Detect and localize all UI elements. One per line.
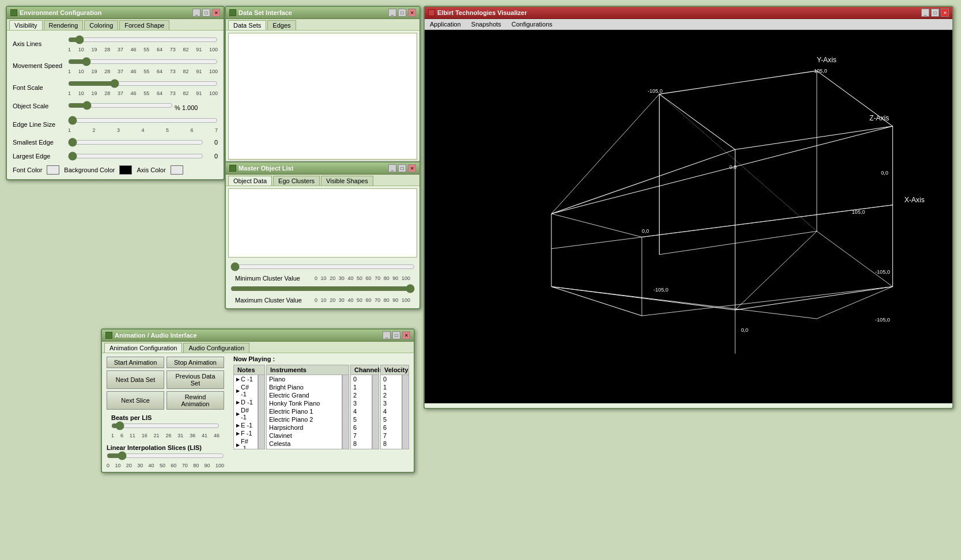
instrument-item[interactable]: Celesta <box>267 440 342 448</box>
axis-color-swatch[interactable] <box>171 165 183 175</box>
tab-object-data[interactable]: Object Data <box>228 176 272 186</box>
aa-close-btn[interactable]: ✕ <box>402 331 410 339</box>
channel-item[interactable]: 0 <box>351 375 372 383</box>
velocity-item[interactable]: 7 <box>381 432 402 440</box>
velocity-list[interactable]: 0123456789 <box>380 374 402 449</box>
viz-menu-application[interactable]: Application <box>428 20 463 28</box>
channel-item[interactable]: 7 <box>351 432 372 440</box>
object-scale-slider[interactable] <box>68 101 173 110</box>
velocity-item[interactable]: 1 <box>381 383 402 391</box>
velocity-item[interactable]: 3 <box>381 399 402 407</box>
velocity-item[interactable]: 0 <box>381 375 402 383</box>
note-item[interactable]: ▶C -1 <box>234 375 258 383</box>
tab-edges[interactable]: Edges <box>267 20 296 30</box>
viz-maximize-btn[interactable]: □ <box>931 9 939 17</box>
notes-scrollbar[interactable] <box>258 374 265 449</box>
aa-minimize-btn[interactable]: _ <box>383 331 391 339</box>
note-item[interactable]: ▶C# -1 <box>234 383 258 398</box>
note-item[interactable]: ▶D# -1 <box>234 406 258 421</box>
svg-line-14 <box>817 71 893 126</box>
lis-slider[interactable] <box>107 451 224 460</box>
velocity-item[interactable]: 6 <box>381 423 402 432</box>
min-cluster-slider[interactable] <box>230 262 415 271</box>
instrument-item[interactable]: Harpsichord <box>267 423 342 432</box>
tab-audio-config[interactable]: Audio Configuration <box>183 343 249 353</box>
axis-lines-slider[interactable] <box>68 35 218 44</box>
instruments-scrollbar[interactable] <box>342 374 349 449</box>
viz-minimize-btn[interactable]: _ <box>921 9 929 17</box>
velocity-item[interactable]: 2 <box>381 391 402 399</box>
mo-close-btn[interactable]: ✕ <box>408 164 416 172</box>
ds-minimize-btn[interactable]: _ <box>388 9 396 17</box>
channel-item[interactable]: 4 <box>351 407 372 415</box>
note-item[interactable]: ▶E -1 <box>234 421 258 429</box>
note-item[interactable]: ▶F# -1 <box>234 437 258 449</box>
channels-scrollbar[interactable] <box>372 374 379 449</box>
smallest-edge-slider[interactable] <box>68 138 203 147</box>
instrument-item[interactable]: Glockenspiel <box>267 448 342 449</box>
instrument-item[interactable]: Clavinet <box>267 432 342 440</box>
channel-item[interactable]: 5 <box>351 415 372 423</box>
next-data-set-btn[interactable]: Next Data Set <box>107 370 164 389</box>
edge-line-size-slider[interactable] <box>68 116 218 125</box>
channel-item[interactable]: 3 <box>351 399 372 407</box>
channel-item[interactable]: 9 <box>351 448 372 449</box>
tab-anim-config[interactable]: Animation Configuration <box>104 343 182 353</box>
channel-item[interactable]: 8 <box>351 440 372 448</box>
note-item[interactable]: ▶F -1 <box>234 429 258 437</box>
background-color-swatch[interactable] <box>119 165 132 175</box>
stop-animation-btn[interactable]: Stop Animation <box>167 357 224 368</box>
tab-data-sets[interactable]: Data Sets <box>228 20 266 30</box>
tab-visibility[interactable]: Visibility <box>9 20 43 30</box>
rewind-animation-btn[interactable]: Rewind Animation <box>167 391 224 410</box>
edge-line-size-row: Edge Line Size 1234567 <box>13 116 218 133</box>
previous-data-set-btn[interactable]: Previous Data Set <box>167 370 224 389</box>
note-item[interactable]: ▶D -1 <box>234 398 258 406</box>
env-maximize-btn[interactable]: □ <box>202 9 210 17</box>
velocity-scrollbar[interactable] <box>402 374 409 449</box>
ds-tab-bar: Data Sets Edges <box>226 19 419 31</box>
instrument-item[interactable]: Electric Piano 2 <box>267 415 342 423</box>
instrument-item[interactable]: Electric Piano 1 <box>267 407 342 415</box>
instrument-item[interactable]: Honky Tonk Piano <box>267 399 342 407</box>
movement-speed-slider[interactable] <box>68 57 218 66</box>
mo-minimize-btn[interactable]: _ <box>388 164 396 172</box>
tab-rendering[interactable]: Rendering <box>44 20 84 30</box>
font-color-swatch[interactable] <box>47 165 59 175</box>
tab-forced-shape[interactable]: Forced Shape <box>119 20 169 30</box>
instrument-item[interactable]: Bright Piano <box>267 383 342 391</box>
ds-close-btn[interactable]: ✕ <box>408 9 416 17</box>
viz-canvas[interactable]: Y-Axis Z-Axis X-Axis -105,0 105,0 0,0 0,… <box>425 30 952 403</box>
channel-item[interactable]: 1 <box>351 383 372 391</box>
font-scale-slider[interactable] <box>68 79 218 88</box>
aa-maximize-btn[interactable]: □ <box>392 331 400 339</box>
max-cluster-slider[interactable] <box>230 284 415 293</box>
velocity-item[interactable]: 4 <box>381 407 402 415</box>
viz-menu-snapshots[interactable]: Snapshots <box>470 20 503 28</box>
instrument-item[interactable]: Piano <box>267 375 342 383</box>
beats-slider[interactable] <box>111 421 220 430</box>
instruments-list[interactable]: PianoBright PianoElectric GrandHonky Ton… <box>266 374 342 449</box>
tab-coloring[interactable]: Coloring <box>84 20 118 30</box>
axis-lines-ticks: 110192837465564738291100 <box>68 47 218 52</box>
velocity-item[interactable]: 8 <box>381 440 402 448</box>
tab-ego-clusters[interactable]: Ego Clusters <box>273 176 320 186</box>
channel-item[interactable]: 2 <box>351 391 372 399</box>
viz-close-btn[interactable]: ✕ <box>941 9 949 17</box>
notes-list[interactable]: ▶C -1▶C# -1▶D -1▶D# -1▶E -1▶F -1▶F# -1▶G… <box>233 374 258 449</box>
velocity-item[interactable]: 5 <box>381 415 402 423</box>
instrument-item[interactable]: Electric Grand <box>267 391 342 399</box>
velocity-item[interactable]: 9 <box>381 448 402 449</box>
start-animation-btn[interactable]: Start Animation <box>107 357 164 368</box>
largest-edge-slider[interactable] <box>68 152 203 161</box>
anim-main-area: Start Animation Stop Animation Next Data… <box>102 353 414 472</box>
viz-menu-configurations[interactable]: Configurations <box>510 20 554 28</box>
env-close-btn[interactable]: ✕ <box>212 9 220 17</box>
channel-item[interactable]: 6 <box>351 423 372 432</box>
tab-visible-shapes[interactable]: Visible Shapes <box>321 176 373 186</box>
env-minimize-btn[interactable]: _ <box>192 9 200 17</box>
mo-maximize-btn[interactable]: □ <box>398 164 406 172</box>
ds-maximize-btn[interactable]: □ <box>398 9 406 17</box>
next-slice-btn[interactable]: Next Slice <box>107 391 164 410</box>
channels-list[interactable]: 0123456789 <box>350 374 372 449</box>
